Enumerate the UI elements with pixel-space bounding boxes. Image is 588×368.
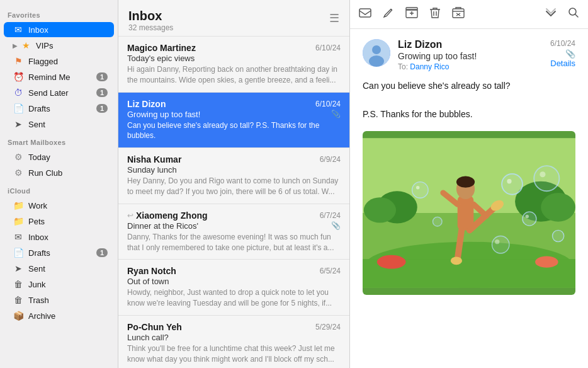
run-club-icon: ⚙ <box>13 168 24 178</box>
trash-icon: 🗑 <box>13 295 24 305</box>
message-list-title: Inbox <box>128 9 173 23</box>
svg-point-43 <box>433 217 442 227</box>
detail-toolbar <box>350 0 588 29</box>
sidebar-item-icloud-sent[interactable]: ➤ Sent <box>4 261 114 276</box>
svg-point-46 <box>495 239 499 244</box>
junk-toolbar-icon[interactable] <box>451 5 466 23</box>
sidebar-item-label: Run Club <box>28 168 108 178</box>
message-list: Inbox 32 messages ☰ Magico Martinez 6/10… <box>118 0 350 368</box>
search-toolbar-icon[interactable] <box>567 6 580 23</box>
sidebar-item-label: Junk <box>28 280 108 289</box>
sidebar-item-label: Pets <box>28 217 108 226</box>
msg-date: 6/5/24 <box>320 267 341 275</box>
svg-point-12 <box>541 193 575 222</box>
compose-toolbar-icon[interactable] <box>382 6 395 23</box>
msg-preview: Think you'll be free for a lunchtime cha… <box>127 343 341 365</box>
svg-point-18 <box>535 256 558 268</box>
pets-folder-icon: 📁 <box>13 216 24 226</box>
sidebar-item-vips[interactable]: ▶ ★ VIPs <box>4 38 114 53</box>
sidebar-item-remind-me[interactable]: ⏰ Remind Me 1 <box>4 69 114 84</box>
message-item[interactable]: Nisha Kumar 6/9/24 Sunday lunch Hey Dann… <box>118 148 349 204</box>
message-item[interactable]: ↩ Xiaomeng Zhong 6/7/24 Dinner at the Ri… <box>118 204 349 260</box>
svg-point-17 <box>377 255 406 269</box>
msg-sender: Liz Dizon <box>127 99 166 109</box>
detail-subject: Growing up too fast! <box>398 51 550 61</box>
sidebar-item-junk[interactable]: 🗑 Junk <box>4 277 114 292</box>
detail-date: 6/10/24 <box>550 39 575 48</box>
sidebar: Favorites ✉ Inbox ▶ ★ VIPs ⚑ Flagged ⏰ R… <box>0 0 118 368</box>
delete-toolbar-icon[interactable] <box>428 5 442 23</box>
filter-icon[interactable]: ☰ <box>329 11 339 25</box>
replied-icon: ↩ <box>127 211 133 220</box>
sidebar-item-send-later[interactable]: ⏱ Send Later 1 <box>4 85 114 100</box>
detail-content: Liz Dizon Growing up too fast! To: Danny… <box>350 29 588 368</box>
svg-point-36 <box>540 171 545 177</box>
sent-icon: ➤ <box>13 119 24 129</box>
sidebar-item-flagged[interactable]: ⚑ Flagged <box>4 54 114 69</box>
msg-date: 6/10/24 <box>315 43 341 52</box>
reply-toolbar-icon[interactable] <box>358 6 373 23</box>
msg-preview: Danny, Thanks for the awesome evening! I… <box>127 232 341 253</box>
msg-subject: Today's epic views <box>127 54 341 63</box>
detail-body-line2: P.S. Thanks for the bubbles. <box>363 107 575 121</box>
message-item[interactable]: Po-Chun Yeh 5/29/24 Lunch call? Think yo… <box>118 316 349 368</box>
msg-preview: Howdy, neighbor, Just wanted to drop a q… <box>127 287 341 309</box>
detail-header: Liz Dizon Growing up too fast! To: Danny… <box>363 39 575 71</box>
svg-rect-2 <box>406 8 417 10</box>
sidebar-item-label: VIPs <box>36 41 108 50</box>
sidebar-item-label: Drafts <box>28 104 96 113</box>
detail-inline-image <box>363 131 575 295</box>
sidebar-item-label: Work <box>28 201 108 210</box>
sidebar-item-label: Send Later <box>28 88 96 98</box>
sidebar-item-pets[interactable]: 📁 Pets <box>4 214 114 229</box>
sidebar-item-today[interactable]: ⚙ Today <box>4 149 114 164</box>
sidebar-item-label: Today <box>28 152 108 162</box>
svg-point-32 <box>523 212 536 226</box>
inbox-icon: ✉ <box>13 25 24 35</box>
sidebar-item-icloud-drafts[interactable]: 📄 Drafts 1 <box>4 245 114 260</box>
details-link[interactable]: Details <box>550 59 575 68</box>
junk-icon: 🗑 <box>13 279 24 289</box>
svg-point-4 <box>569 8 576 15</box>
sidebar-item-sent[interactable]: ➤ Sent <box>4 117 114 132</box>
sidebar-item-label: Flagged <box>28 57 108 66</box>
sidebar-item-icloud-inbox[interactable]: ✉ Inbox <box>4 229 114 244</box>
icloud-sent-icon: ➤ <box>13 263 24 273</box>
detail-pane: Liz Dizon Growing up too fast! To: Danny… <box>350 0 588 368</box>
flag-icon: ⚑ <box>13 56 24 66</box>
message-list-subtitle: 32 messages <box>128 23 173 32</box>
chevron-right-icon: ▶ <box>13 42 18 49</box>
svg-point-21 <box>456 176 475 188</box>
msg-subject: Dinner at the Ricos' 📎 <box>127 221 341 231</box>
message-item[interactable]: Magico Martinez 6/10/24 Today's epic vie… <box>118 37 349 93</box>
more-toolbar-icon[interactable] <box>544 6 558 23</box>
icloud-drafts-icon: 📄 <box>13 248 24 258</box>
sidebar-item-label: Sent <box>28 120 108 129</box>
messages-scroll[interactable]: Magico Martinez 6/10/24 Today's epic vie… <box>118 37 349 368</box>
sidebar-item-label: Trash <box>28 296 108 305</box>
msg-subject: Growing up too fast! 📎 <box>127 110 341 119</box>
sidebar-item-drafts[interactable]: 📄 Drafts 1 <box>4 101 114 116</box>
sidebar-item-trash[interactable]: 🗑 Trash <box>4 292 114 308</box>
svg-point-41 <box>552 231 563 242</box>
svg-point-30 <box>507 179 511 183</box>
archive-toolbar-icon[interactable] <box>404 6 419 23</box>
message-item[interactable]: Liz Dizon 6/10/24 Growing up too fast! 📎… <box>118 93 349 149</box>
msg-subject: Lunch call? <box>127 333 341 342</box>
drafts-icon: 📄 <box>13 103 24 113</box>
sidebar-item-work[interactable]: 📁 Work <box>4 198 114 213</box>
message-item[interactable]: Ryan Notch 6/5/24 Out of town Howdy, nei… <box>118 260 349 316</box>
svg-point-27 <box>451 257 462 265</box>
detail-recipient: Danny Rico <box>410 62 449 71</box>
favorites-label: Favorites <box>0 5 118 21</box>
detail-body: Can you believe she's already so tall? P… <box>363 79 575 121</box>
sidebar-item-inbox[interactable]: ✉ Inbox <box>4 22 114 37</box>
msg-date: 6/7/24 <box>320 211 341 220</box>
msg-date: 5/29/24 <box>315 323 341 331</box>
svg-line-24 <box>458 231 461 260</box>
sidebar-item-archive[interactable]: 📦 Archive <box>4 308 114 323</box>
sidebar-item-label: Inbox <box>28 25 108 35</box>
sidebar-item-run-club[interactable]: ⚙ Run Club <box>4 165 114 180</box>
detail-to: To: Danny Rico <box>398 62 550 71</box>
msg-sender: Po-Chun Yeh <box>127 322 182 332</box>
